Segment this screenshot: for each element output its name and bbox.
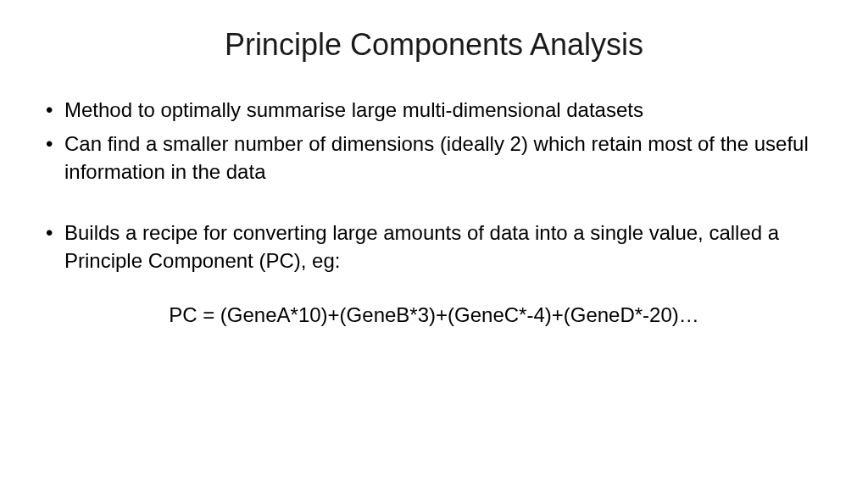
slide-title: Principle Components Analysis: [41, 27, 827, 63]
list-item: Can find a smaller number of dimensions …: [41, 130, 827, 186]
bullet-list: Method to optimally summarise large mult…: [41, 97, 827, 186]
list-item: Method to optimally summarise large mult…: [41, 97, 827, 124]
list-item: Builds a recipe for converting large amo…: [41, 219, 827, 274]
formula-text: PC = (GeneA*10)+(GeneB*3)+(GeneC*-4)+(Ge…: [41, 302, 827, 329]
bullet-list: Builds a recipe for converting large amo…: [41, 219, 827, 274]
slide-content: Method to optimally summarise large mult…: [41, 97, 827, 329]
